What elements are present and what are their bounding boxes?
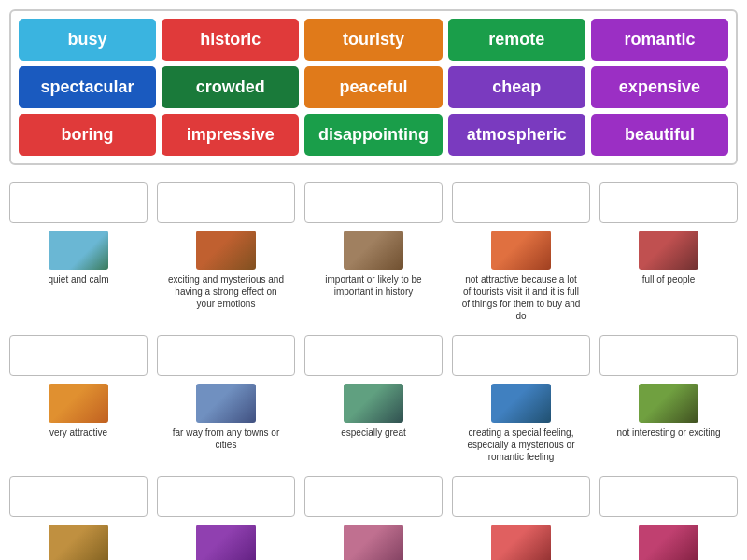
match-box-0-4[interactable] [599, 182, 738, 223]
match-box-2-0[interactable] [9, 476, 148, 517]
match-rows-container: quiet and calmexciting and mysterious an… [9, 182, 738, 560]
match-item-1-3: creating a special feeling, especially a… [452, 335, 590, 463]
tile-touristy[interactable]: touristy [304, 19, 442, 61]
match-box-0-3[interactable] [452, 182, 590, 223]
match-row-0: quiet and calmexciting and mysterious an… [9, 182, 738, 322]
match-image-1-4 [639, 384, 698, 423]
match-box-1-1[interactable] [157, 335, 295, 376]
tiles-container: busyhistorictouristyremoteromanticspecta… [9, 9, 738, 165]
match-row-1: very attractivefar way from any towns or… [9, 335, 738, 463]
match-image-0-1 [196, 231, 256, 270]
match-desc-0-1: exciting and mysterious and having a str… [165, 273, 287, 310]
match-item-1-0: very attractive [9, 335, 148, 463]
match-desc-0-3: not attractive because a lot of tourists… [460, 273, 582, 322]
tile-busy[interactable]: busy [19, 19, 156, 61]
match-image-2-4 [639, 525, 698, 560]
match-image-1-2 [344, 384, 403, 423]
match-image-0-3 [491, 231, 551, 270]
match-desc-1-1: far way from any towns or cities [165, 427, 287, 451]
match-image-1-0 [49, 384, 108, 423]
match-image-0-2 [344, 231, 403, 270]
match-image-1-3 [491, 384, 551, 423]
tile-remote[interactable]: remote [448, 19, 585, 61]
tile-atmospheric[interactable]: atmospheric [448, 114, 585, 156]
match-item-1-4: not interesting or exciting [599, 335, 738, 463]
match-image-1-1 [196, 384, 256, 423]
match-box-2-4[interactable] [599, 476, 738, 517]
tile-beautiful[interactable]: beautiful [591, 114, 728, 156]
tile-crowded[interactable]: crowded [162, 66, 299, 108]
tile-cheap[interactable]: cheap [448, 66, 585, 108]
match-image-0-4 [639, 231, 698, 270]
match-image-2-0 [49, 525, 108, 560]
match-item-0-0: quiet and calm [9, 182, 148, 322]
tile-disappointing[interactable]: disappointing [304, 114, 442, 156]
match-box-2-3[interactable] [452, 476, 590, 517]
tile-impressive[interactable]: impressive [162, 114, 299, 156]
main-container: busyhistorictouristyremoteromanticspecta… [0, 0, 747, 560]
match-box-1-2[interactable] [304, 335, 443, 376]
match-item-2-1: causing someone to feel admiration or re… [157, 476, 295, 560]
match-box-1-0[interactable] [9, 335, 148, 376]
match-box-0-1[interactable] [157, 182, 295, 223]
tile-boring[interactable]: boring [19, 114, 156, 156]
match-box-0-0[interactable] [9, 182, 148, 223]
match-desc-0-4: full of people [642, 273, 696, 286]
match-image-2-1 [196, 525, 256, 560]
match-desc-1-2: especially great [341, 427, 405, 439]
tile-spectacular[interactable]: spectacular [19, 66, 156, 108]
tile-historic[interactable]: historic [162, 19, 299, 61]
tile-peaceful[interactable]: peaceful [304, 66, 442, 108]
match-desc-0-2: important or likely to be important in h… [313, 273, 434, 298]
match-box-2-1[interactable] [157, 476, 295, 517]
match-item-0-3: not attractive because a lot of tourists… [452, 182, 590, 322]
match-image-2-2 [344, 525, 403, 560]
match-item-2-3: not expensive [452, 476, 590, 560]
match-box-1-4[interactable] [599, 335, 738, 376]
tile-romantic[interactable]: romantic [591, 19, 728, 61]
match-item-0-2: important or likely to be important in h… [304, 182, 443, 322]
match-row-2: full of activity or peoplecausing someon… [9, 476, 738, 560]
match-box-0-2[interactable] [304, 182, 443, 223]
match-item-0-4: full of people [599, 182, 738, 322]
match-desc-0-0: quiet and calm [48, 273, 108, 286]
match-item-2-0: full of activity or people [9, 476, 148, 560]
match-box-1-3[interactable] [452, 335, 590, 376]
match-item-0-1: exciting and mysterious and having a str… [157, 182, 295, 322]
match-image-0-0 [49, 231, 108, 270]
match-desc-1-3: creating a special feeling, especially a… [460, 427, 582, 463]
match-item-2-4: making you feel disappointed [599, 476, 738, 560]
match-item-1-2: especially great [304, 335, 443, 463]
match-item-2-2: not cheap [304, 476, 443, 560]
match-item-1-1: far way from any towns or cities [157, 335, 295, 463]
match-image-2-3 [491, 525, 551, 560]
match-desc-1-4: not interesting or exciting [616, 427, 720, 439]
tile-expensive[interactable]: expensive [591, 66, 728, 108]
match-box-2-2[interactable] [304, 476, 443, 517]
match-desc-1-0: very attractive [49, 427, 107, 439]
